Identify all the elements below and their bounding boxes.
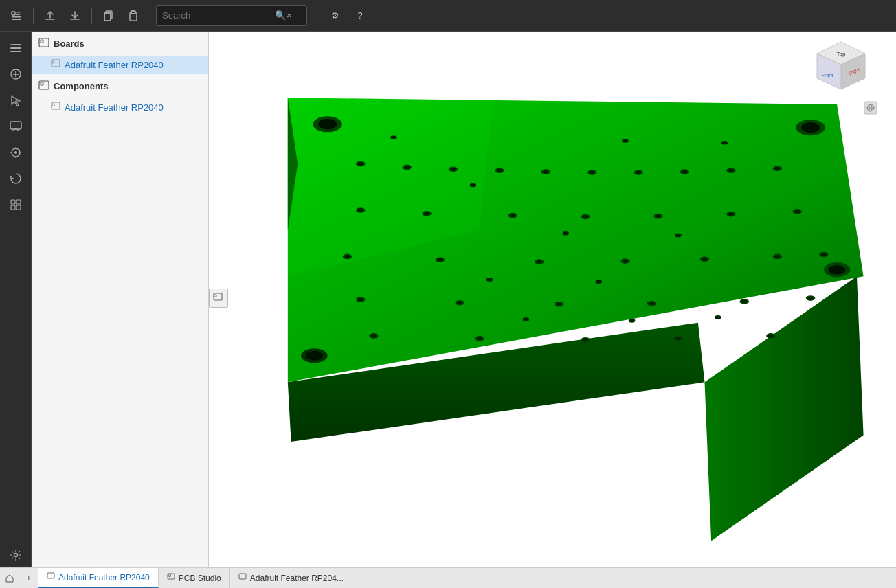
svg-rect-39	[214, 295, 216, 297]
svg-point-87	[583, 215, 588, 218]
view-mode-button[interactable]	[863, 100, 878, 117]
tab-adafruit-feather-2[interactable]: Adafruit Feather RP204...	[230, 568, 352, 589]
component-item-label: Adafruit Feather RP2040	[65, 102, 164, 113]
svg-rect-3	[12, 16, 21, 18]
svg-point-127	[675, 337, 681, 340]
help-button[interactable]: ?	[349, 5, 371, 27]
separator-3	[150, 8, 150, 24]
svg-point-129	[768, 335, 774, 338]
svg-rect-33	[52, 61, 54, 63]
svg-point-99	[537, 260, 542, 264]
svg-point-67	[497, 169, 502, 172]
svg-point-95	[345, 255, 350, 258]
svg-point-143	[488, 278, 492, 281]
svg-point-73	[636, 171, 641, 174]
svg-point-93	[794, 210, 800, 214]
svg-rect-14	[10, 44, 12, 45]
add-node-button[interactable]	[3, 62, 28, 87]
boards-label: Boards	[54, 38, 85, 49]
svg-point-69	[544, 170, 549, 174]
svg-point-61	[358, 162, 363, 166]
settings-icon-button[interactable]	[3, 543, 28, 567]
component-item-icon	[51, 102, 60, 113]
svg-point-109	[358, 298, 363, 302]
svg-point-81	[358, 209, 363, 212]
layers-icon-button[interactable]	[3, 36, 28, 60]
floating-panel-toggle[interactable]	[209, 289, 228, 308]
svg-point-71	[590, 171, 595, 174]
history-button[interactable]	[3, 166, 28, 191]
boards-section-header[interactable]: Boards	[32, 32, 208, 56]
svg-marker-48	[704, 276, 863, 541]
menu-icon-button[interactable]	[5, 5, 27, 27]
svg-point-97	[437, 258, 443, 262]
toolbar: 🔍 × ⚙ ?	[0, 0, 896, 32]
tab-board-icon-2	[238, 573, 247, 583]
navigation-cube[interactable]: Top Front Right	[814, 38, 869, 93]
search-button[interactable]: 🔍	[275, 10, 287, 21]
tab-pcb-studio[interactable]: PCB Studio	[159, 568, 230, 589]
tab-label-2: PCB Studio	[179, 574, 221, 583]
search-input[interactable]	[162, 10, 272, 21]
svg-rect-27	[11, 205, 15, 210]
origin-button[interactable]	[3, 140, 28, 165]
separator-2	[91, 8, 92, 24]
board-item-adafruit[interactable]: Adafruit Feather RP2040	[32, 56, 208, 74]
svg-point-125	[583, 338, 588, 341]
svg-point-121	[371, 335, 377, 338]
svg-rect-13	[10, 51, 21, 52]
components-section-header[interactable]: Components	[32, 74, 208, 98]
svg-point-151	[716, 316, 720, 319]
svg-rect-163	[47, 573, 54, 578]
svg-point-29	[14, 554, 17, 557]
board-item-icon	[51, 59, 60, 71]
svg-rect-2	[16, 14, 20, 15]
tab-board-icon-1	[47, 572, 55, 583]
svg-point-65	[451, 168, 456, 171]
copy-button[interactable]	[98, 5, 120, 27]
svg-point-89	[656, 214, 661, 218]
board-item-label: Adafruit Feather RP2040	[65, 60, 164, 70]
add-tab-button[interactable]: +	[19, 569, 38, 588]
component-item-adafruit[interactable]: Adafruit Feather RP2040	[32, 98, 208, 117]
grid-button[interactable]	[3, 192, 28, 217]
viewport-3d[interactable]: Top Front Right	[209, 32, 896, 567]
svg-point-20	[14, 151, 17, 154]
separator-4	[313, 8, 313, 24]
bottom-tab-bar: + Adafruit Feather RP2040 PCB Studio Ada…	[0, 567, 896, 588]
settings-button[interactable]: ⚙	[324, 5, 346, 27]
tab-label-1: Adafruit Feather RP2040	[58, 573, 150, 583]
svg-rect-166	[239, 574, 246, 579]
svg-point-123	[477, 337, 482, 340]
svg-point-119	[808, 297, 814, 300]
tab-label-3: Adafruit Feather RP204...	[250, 574, 344, 583]
upload-button[interactable]	[39, 5, 61, 27]
svg-point-101	[623, 260, 628, 263]
svg-point-105	[775, 255, 781, 258]
svg-point-75	[682, 170, 688, 174]
svg-point-103	[702, 258, 708, 261]
paste-button[interactable]	[122, 5, 144, 27]
clear-search-button[interactable]: ×	[287, 10, 292, 21]
svg-point-59	[829, 265, 846, 274]
svg-rect-1	[16, 12, 21, 13]
boards-icon	[38, 37, 49, 50]
svg-point-117	[741, 299, 747, 303]
svg-rect-25	[11, 200, 15, 204]
svg-point-141	[676, 234, 680, 237]
svg-point-113	[557, 302, 562, 306]
svg-point-83	[424, 212, 429, 215]
svg-rect-12	[10, 47, 21, 49]
home-tab-button[interactable]	[0, 569, 19, 588]
tab-pcb-icon	[167, 573, 175, 583]
svg-point-85	[510, 214, 515, 217]
download-button[interactable]	[64, 5, 86, 27]
svg-point-139	[563, 232, 568, 235]
select-tool-button[interactable]	[3, 88, 28, 113]
svg-text:Front: Front	[822, 73, 833, 78]
svg-point-53	[318, 119, 337, 129]
comments-button[interactable]	[3, 114, 28, 139]
svg-point-133	[623, 139, 627, 142]
tab-adafruit-feather-1[interactable]: Adafruit Feather RP2040	[38, 568, 159, 589]
svg-rect-31	[41, 40, 43, 43]
